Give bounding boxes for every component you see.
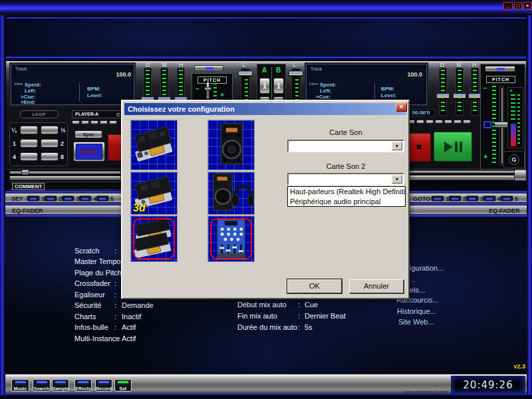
mini-button[interactable] [454, 120, 462, 124]
loop-quarter-button[interactable] [20, 126, 38, 134]
goto-toggle-4[interactable] [483, 196, 496, 201]
pitch-bend-slider[interactable] [194, 65, 223, 71]
meter-ticks [511, 94, 515, 122]
pitch-bend-bar[interactable] [408, 175, 515, 180]
deck-a-number-button[interactable]: 1 [259, 78, 270, 94]
seek-handle[interactable] [21, 170, 29, 175]
end-label: >End: [21, 99, 35, 105]
led-meter [441, 70, 445, 114]
pitch-mini-track[interactable] [206, 82, 209, 99]
bpm-label: BPM: [87, 86, 100, 92]
loop-8-button[interactable] [41, 152, 59, 161]
cancel-button[interactable]: Annuler [349, 279, 404, 293]
sample-button[interactable]: Sample [52, 379, 69, 392]
soundcard-option-3-selected[interactable] [130, 215, 178, 262]
cue-button[interactable]: CUE [76, 144, 102, 160]
meter-bar [511, 124, 516, 146]
minimize-button[interactable]: _ [503, 2, 513, 9]
droplist-option[interactable]: Périphérique audio principal [288, 197, 405, 207]
record-button[interactable]: Record [95, 379, 112, 392]
goto-toggle-2[interactable] [448, 196, 462, 201]
eq-fader-row: EQ-FADER [5, 205, 123, 215]
close-button[interactable]: × [523, 2, 531, 9]
stop-button[interactable]: ■ [407, 133, 431, 162]
menu-item-configuration[interactable]: iguration... [410, 264, 444, 272]
cue-mini-buttons[interactable] [72, 120, 117, 124]
mini-button[interactable] [416, 120, 424, 124]
loop-4-button[interactable] [20, 152, 38, 161]
mini-button[interactable] [90, 120, 98, 124]
mixer-option-selected[interactable] [207, 215, 255, 262]
speaker-image [208, 120, 254, 170]
pitch-bend-bar[interactable] [9, 176, 121, 180]
dropdown-arrow-icon[interactable]: ▼ [392, 175, 402, 184]
menu-item-site-web[interactable]: Site Web... [398, 318, 434, 326]
mini-button[interactable] [100, 120, 108, 124]
soundcard-option-2[interactable]: 3d [130, 172, 178, 215]
droplist-option[interactable]: Haut-parleurs (Realtek High Definition [288, 187, 405, 197]
goto-toggle-3[interactable] [466, 196, 479, 201]
mini-button[interactable] [109, 120, 117, 124]
eq-mid-slider[interactable] [456, 68, 464, 116]
carte-son-select[interactable]: ▼ [287, 140, 404, 152]
set-toggle-5[interactable] [96, 196, 109, 201]
level-fader-b-handle[interactable] [289, 70, 303, 76]
pitch-handle-marker[interactable] [483, 121, 491, 128]
sync-button[interactable]: Sync [74, 130, 102, 138]
eq-high-handle[interactable] [468, 93, 481, 98]
level-fader-a-handle[interactable] [238, 70, 253, 76]
cue-mini-buttons[interactable] [407, 120, 471, 124]
eq-high-slider[interactable] [471, 68, 479, 116]
menu-item-manuels[interactable]: els... [410, 286, 425, 294]
speaker-headphones-option[interactable] [207, 172, 255, 215]
dropdown-arrow-icon[interactable]: ▼ [392, 142, 402, 150]
mini-button[interactable] [81, 120, 89, 124]
mini-button[interactable] [435, 120, 443, 124]
search-button[interactable]: Search [33, 379, 51, 392]
mini-button[interactable] [72, 120, 80, 124]
soundcard-option-1[interactable] [130, 120, 178, 170]
deck-b-number-button[interactable]: 1 [273, 78, 284, 94]
goto-toggle-5[interactable] [500, 196, 513, 201]
set-label: SET [11, 196, 23, 202]
gain-knob[interactable]: G [509, 154, 519, 165]
maximize-button[interactable]: □ [514, 2, 522, 9]
mini-button[interactable] [426, 120, 434, 124]
stop-button[interactable] [108, 134, 122, 161]
play-pause-button[interactable] [434, 132, 472, 162]
pitch-bend-slider[interactable] [485, 66, 515, 72]
set-button[interactable]: Set [114, 379, 132, 392]
colon: : [114, 334, 116, 342]
music-button[interactable]: Music [11, 379, 29, 392]
ok-button[interactable]: OK [287, 279, 342, 293]
goto-toggle-1[interactable] [431, 196, 444, 201]
pitch-mini-handle[interactable] [204, 87, 211, 90]
carte-son-2-select[interactable]: ▼ [287, 173, 404, 186]
eq-bass-handle[interactable] [436, 93, 450, 98]
seek-handle[interactable] [514, 170, 527, 181]
loop-2-button[interactable] [41, 139, 59, 148]
set-toggle-2[interactable] [44, 196, 57, 201]
mini-button[interactable] [463, 120, 471, 124]
seek-bar[interactable] [408, 170, 515, 174]
set-toggle-1[interactable] [27, 196, 40, 201]
setting-value: Demande [122, 301, 154, 309]
set-toggle-3[interactable] [61, 196, 74, 201]
dialog-close-button[interactable]: × [396, 102, 407, 112]
set-toggle-4[interactable] [78, 196, 92, 201]
eq-bass-slider[interactable] [439, 68, 447, 116]
loop-half-button[interactable] [41, 126, 59, 134]
comment-field[interactable]: COMMENT [12, 183, 45, 190]
eq-mid-handle[interactable] [453, 93, 466, 98]
mini-button[interactable] [444, 120, 452, 124]
loop-1-button[interactable] [20, 139, 38, 148]
eq-fader-row: EQ-FADER [409, 205, 527, 215]
dialog-titlebar[interactable]: Choisissez votre configuration [124, 103, 406, 115]
loop-button[interactable]: LOOP [20, 110, 59, 118]
menu-item-fragment[interactable]: .. [411, 275, 415, 283]
speaker-option-1[interactable] [207, 120, 255, 170]
menu-item-historique[interactable]: Historique... [397, 307, 436, 315]
effects-button-label: Effects [75, 386, 90, 391]
effects-button[interactable]: Effects [74, 379, 92, 392]
ab-divider [271, 67, 272, 99]
